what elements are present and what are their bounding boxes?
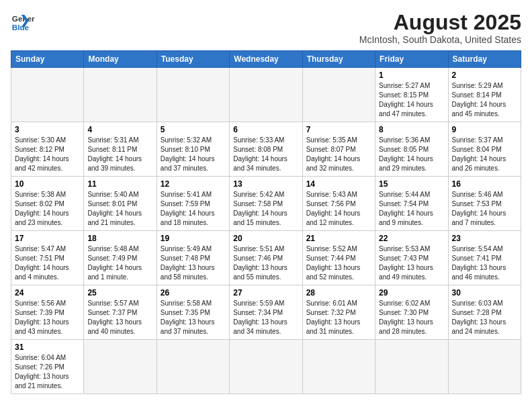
day-number: 1 [379, 71, 444, 80]
calendar-day-cell: 26Sunrise: 5:58 AM Sunset: 7:35 PM Dayli… [157, 285, 229, 340]
day-info: Sunrise: 5:43 AM Sunset: 7:56 PM Dayligh… [306, 190, 371, 228]
calendar-day-cell: 21Sunrise: 5:52 AM Sunset: 7:44 PM Dayli… [302, 231, 375, 285]
day-info: Sunrise: 6:04 AM Sunset: 7:26 PM Dayligh… [15, 353, 80, 391]
calendar-day-cell [157, 340, 229, 394]
day-info: Sunrise: 5:31 AM Sunset: 8:11 PM Dayligh… [87, 136, 152, 173]
calendar-day-cell [448, 340, 521, 394]
day-info: Sunrise: 5:58 AM Sunset: 7:35 PM Dayligh… [161, 299, 226, 336]
calendar-day-cell: 8Sunrise: 5:36 AM Sunset: 8:05 PM Daylig… [375, 122, 448, 177]
day-number: 25 [87, 288, 152, 298]
calendar-day-cell: 11Sunrise: 5:40 AM Sunset: 8:01 PM Dayli… [84, 177, 157, 231]
day-info: Sunrise: 6:02 AM Sunset: 7:30 PM Dayligh… [379, 299, 444, 336]
calendar-day-cell: 15Sunrise: 5:44 AM Sunset: 7:54 PM Dayli… [375, 177, 448, 231]
day-number: 3 [15, 125, 80, 134]
calendar-day-cell: 27Sunrise: 5:59 AM Sunset: 7:34 PM Dayli… [230, 285, 302, 340]
title-area: August 2025 McIntosh, South Dakota, Unit… [359, 11, 521, 45]
day-number: 6 [233, 125, 298, 134]
calendar-day-cell: 13Sunrise: 5:42 AM Sunset: 7:58 PM Dayli… [230, 177, 302, 231]
day-number: 19 [161, 234, 226, 243]
calendar-day-cell [302, 68, 375, 122]
day-info: Sunrise: 5:36 AM Sunset: 8:05 PM Dayligh… [379, 136, 444, 173]
calendar-day-cell [230, 340, 302, 394]
day-info: Sunrise: 5:27 AM Sunset: 8:15 PM Dayligh… [379, 81, 444, 119]
day-info: Sunrise: 5:40 AM Sunset: 8:01 PM Dayligh… [87, 190, 152, 228]
day-info: Sunrise: 5:44 AM Sunset: 7:54 PM Dayligh… [379, 190, 444, 228]
weekday-header-cell: Wednesday [230, 51, 302, 68]
day-number: 9 [452, 125, 517, 134]
calendar-day-cell [157, 68, 229, 122]
calendar-day-cell: 24Sunrise: 5:56 AM Sunset: 7:39 PM Dayli… [11, 285, 84, 340]
day-number: 4 [87, 125, 152, 134]
day-info: Sunrise: 5:30 AM Sunset: 8:12 PM Dayligh… [15, 136, 80, 173]
logo: General Blue [11, 11, 35, 35]
calendar-day-cell: 20Sunrise: 5:51 AM Sunset: 7:46 PM Dayli… [230, 231, 302, 285]
calendar-day-cell [230, 68, 302, 122]
day-info: Sunrise: 5:29 AM Sunset: 8:14 PM Dayligh… [452, 81, 517, 119]
day-number: 12 [161, 179, 226, 189]
calendar-day-cell: 30Sunrise: 6:03 AM Sunset: 7:28 PM Dayli… [448, 285, 521, 340]
weekday-header-cell: Tuesday [157, 51, 229, 68]
calendar-day-cell: 14Sunrise: 5:43 AM Sunset: 7:56 PM Dayli… [302, 177, 375, 231]
day-number: 22 [379, 234, 444, 243]
day-number: 23 [452, 234, 517, 243]
day-info: Sunrise: 5:57 AM Sunset: 7:37 PM Dayligh… [87, 299, 152, 336]
calendar-day-cell: 12Sunrise: 5:41 AM Sunset: 7:59 PM Dayli… [157, 177, 229, 231]
day-number: 8 [379, 125, 444, 134]
day-info: Sunrise: 5:54 AM Sunset: 7:41 PM Dayligh… [452, 244, 517, 282]
day-number: 2 [452, 71, 517, 80]
day-info: Sunrise: 5:32 AM Sunset: 8:10 PM Dayligh… [161, 136, 226, 173]
day-info: Sunrise: 5:35 AM Sunset: 8:07 PM Dayligh… [306, 136, 371, 173]
weekday-header-cell: Monday [84, 51, 157, 68]
calendar-day-cell [302, 340, 375, 394]
calendar-day-cell: 2Sunrise: 5:29 AM Sunset: 8:14 PM Daylig… [448, 68, 521, 122]
calendar-day-cell: 7Sunrise: 5:35 AM Sunset: 8:07 PM Daylig… [302, 122, 375, 177]
day-info: Sunrise: 5:59 AM Sunset: 7:34 PM Dayligh… [233, 299, 298, 336]
day-info: Sunrise: 5:49 AM Sunset: 7:48 PM Dayligh… [161, 244, 226, 282]
calendar-day-cell: 10Sunrise: 5:38 AM Sunset: 8:02 PM Dayli… [11, 177, 84, 231]
day-info: Sunrise: 5:48 AM Sunset: 7:49 PM Dayligh… [87, 244, 152, 282]
day-number: 30 [452, 288, 517, 298]
calendar-day-cell: 22Sunrise: 5:53 AM Sunset: 7:43 PM Dayli… [375, 231, 448, 285]
day-info: Sunrise: 5:33 AM Sunset: 8:08 PM Dayligh… [233, 136, 298, 173]
day-number: 15 [379, 179, 444, 189]
day-number: 13 [233, 179, 298, 189]
calendar-day-cell: 29Sunrise: 6:02 AM Sunset: 7:30 PM Dayli… [375, 285, 448, 340]
calendar-day-cell: 17Sunrise: 5:47 AM Sunset: 7:51 PM Dayli… [11, 231, 84, 285]
calendar-day-cell: 19Sunrise: 5:49 AM Sunset: 7:48 PM Dayli… [157, 231, 229, 285]
calendar-week-row: 1Sunrise: 5:27 AM Sunset: 8:15 PM Daylig… [11, 68, 521, 122]
logo-icon: General Blue [11, 11, 35, 35]
calendar-day-cell: 28Sunrise: 6:01 AM Sunset: 7:32 PM Dayli… [302, 285, 375, 340]
calendar-week-row: 17Sunrise: 5:47 AM Sunset: 7:51 PM Dayli… [11, 231, 521, 285]
day-number: 29 [379, 288, 444, 298]
weekday-header-cell: Friday [375, 51, 448, 68]
day-number: 28 [306, 288, 371, 298]
weekday-header-cell: Thursday [302, 51, 375, 68]
calendar-day-cell: 6Sunrise: 5:33 AM Sunset: 8:08 PM Daylig… [230, 122, 302, 177]
day-info: Sunrise: 5:46 AM Sunset: 7:53 PM Dayligh… [452, 190, 517, 228]
weekday-header-row: SundayMondayTuesdayWednesdayThursdayFrid… [11, 51, 521, 68]
calendar-title: August 2025 [359, 11, 521, 34]
day-number: 18 [87, 234, 152, 243]
calendar-week-row: 31Sunrise: 6:04 AM Sunset: 7:26 PM Dayli… [11, 340, 521, 394]
day-info: Sunrise: 6:03 AM Sunset: 7:28 PM Dayligh… [452, 299, 517, 336]
day-info: Sunrise: 5:52 AM Sunset: 7:44 PM Dayligh… [306, 244, 371, 282]
calendar-day-cell [375, 340, 448, 394]
calendar-day-cell [11, 68, 84, 122]
page-header: General Blue August 2025 McIntosh, South… [11, 11, 521, 45]
calendar-day-cell: 31Sunrise: 6:04 AM Sunset: 7:26 PM Dayli… [11, 340, 84, 394]
calendar-day-cell: 3Sunrise: 5:30 AM Sunset: 8:12 PM Daylig… [11, 122, 84, 177]
calendar-day-cell: 4Sunrise: 5:31 AM Sunset: 8:11 PM Daylig… [84, 122, 157, 177]
day-number: 17 [15, 234, 80, 243]
calendar-day-cell: 18Sunrise: 5:48 AM Sunset: 7:49 PM Dayli… [84, 231, 157, 285]
day-info: Sunrise: 5:51 AM Sunset: 7:46 PM Dayligh… [233, 244, 298, 282]
day-info: Sunrise: 5:56 AM Sunset: 7:39 PM Dayligh… [15, 299, 80, 336]
calendar-day-cell: 25Sunrise: 5:57 AM Sunset: 7:37 PM Dayli… [84, 285, 157, 340]
day-number: 7 [306, 125, 371, 134]
calendar-week-row: 3Sunrise: 5:30 AM Sunset: 8:12 PM Daylig… [11, 122, 521, 177]
day-number: 11 [87, 179, 152, 189]
day-number: 16 [452, 179, 517, 189]
weekday-header-cell: Saturday [448, 51, 521, 68]
day-number: 5 [161, 125, 226, 134]
calendar-day-cell: 16Sunrise: 5:46 AM Sunset: 7:53 PM Dayli… [448, 177, 521, 231]
calendar-day-cell: 1Sunrise: 5:27 AM Sunset: 8:15 PM Daylig… [375, 68, 448, 122]
